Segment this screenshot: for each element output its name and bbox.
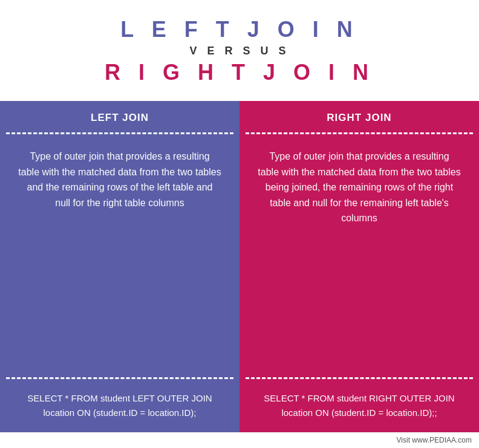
comparison-table: LEFT JOIN Type of outer join that provid… xyxy=(0,101,479,432)
right-join-column: RIGHT JOIN Type of outer join that provi… xyxy=(240,101,479,432)
title-right-join: R I G H T J O I N xyxy=(0,60,479,85)
right-join-code: SELECT * FROM student RIGHT OUTER JOIN l… xyxy=(240,379,479,432)
watermark: Visit www.PEDIAA.com xyxy=(0,432,479,448)
left-join-code: SELECT * FROM student LEFT OUTER JOIN lo… xyxy=(0,379,240,432)
header-section: L E F T J O I N V E R S U S R I G H T J … xyxy=(0,0,479,91)
left-join-column: LEFT JOIN Type of outer join that provid… xyxy=(0,101,240,432)
left-join-header: LEFT JOIN xyxy=(0,101,240,132)
right-join-header: RIGHT JOIN xyxy=(240,101,479,132)
left-join-description: Type of outer join that provides a resul… xyxy=(0,134,240,377)
versus-label: V E R S U S xyxy=(0,45,479,57)
right-join-description: Type of outer join that provides a resul… xyxy=(240,134,479,377)
title-left-join: L E F T J O I N xyxy=(0,17,479,42)
